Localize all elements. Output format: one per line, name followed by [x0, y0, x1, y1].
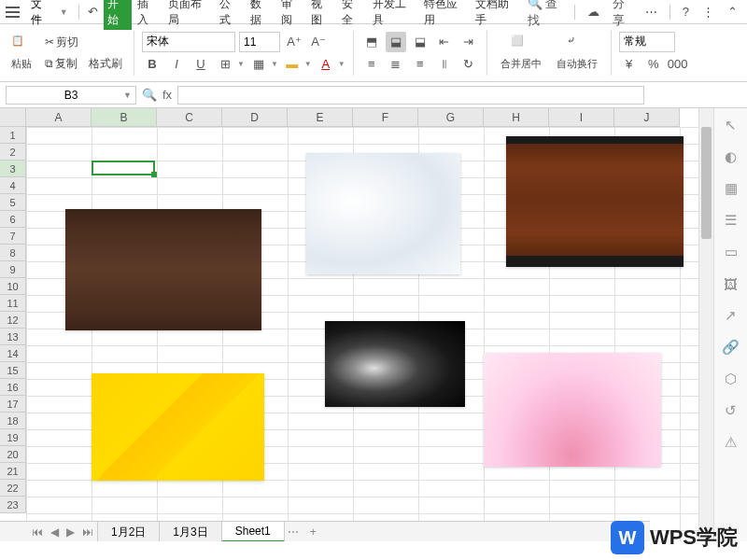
font-size-combo[interactable] [239, 32, 280, 52]
row-header-5[interactable]: 5 [0, 194, 26, 211]
underline-button[interactable]: U [190, 54, 211, 75]
layout-icon[interactable]: ▭ [722, 243, 740, 261]
tab-doc-helper[interactable]: 文档助手 [472, 0, 521, 30]
undo-icon[interactable]: ↶ [84, 3, 102, 21]
row-header-8[interactable]: 8 [0, 245, 26, 261]
row-header-9[interactable]: 9 [0, 261, 26, 278]
currency-button[interactable]: ¥ [619, 54, 640, 75]
bold-button[interactable]: B [142, 54, 162, 75]
row-header-13[interactable]: 13 [0, 329, 26, 345]
row-header-15[interactable]: 15 [0, 362, 26, 379]
file-dropdown-icon[interactable]: ▼ [60, 7, 68, 17]
row-header-18[interactable]: 18 [0, 413, 26, 429]
shape-icon[interactable]: ◐ [722, 147, 740, 166]
fx-icon[interactable]: fx [162, 88, 172, 102]
table-icon[interactable]: ▦ [722, 179, 740, 198]
formula-input[interactable] [177, 86, 644, 105]
sheet-tab-1[interactable]: 1月3日 [159, 521, 221, 542]
tab-review[interactable]: 审阅 [277, 0, 306, 30]
align-top-button[interactable]: ⬒ [361, 32, 382, 52]
sheet-tab-0[interactable]: 1月2日 [97, 521, 160, 542]
paste-button[interactable]: 📋 粘贴 [6, 33, 37, 73]
font-color-button[interactable]: A [316, 54, 336, 75]
more-icon[interactable]: ⋯ [641, 3, 661, 21]
font-name-combo[interactable] [142, 32, 235, 52]
embedded-image-nebula-bw[interactable] [325, 321, 465, 407]
align-right-button[interactable]: ≡ [410, 54, 430, 75]
align-middle-button[interactable]: ⬓ [386, 32, 406, 52]
row-header-14[interactable]: 14 [0, 345, 26, 362]
tab-nav-next-icon[interactable]: ▶ [63, 525, 78, 539]
link-icon[interactable]: 🔗 [722, 338, 740, 357]
embedded-image-wood-dark-1[interactable] [65, 209, 261, 330]
embedded-image-wood-red[interactable] [506, 136, 684, 267]
row-icon[interactable]: ☰ [722, 211, 740, 230]
search-button[interactable]: 🔍 查找 [524, 0, 566, 31]
cursor-icon[interactable]: ↖ [722, 116, 740, 134]
row-header-1[interactable]: 1 [0, 127, 26, 144]
image-icon[interactable]: 🖼 [722, 274, 740, 293]
row-header-22[interactable]: 22 [0, 480, 26, 497]
cell-style-button[interactable]: ▦ [248, 54, 269, 75]
warning-icon[interactable]: ⚠ [722, 433, 740, 452]
hamburger-icon[interactable] [6, 7, 20, 18]
col-header-J[interactable]: J [614, 108, 680, 127]
row-header-23[interactable]: 23 [0, 497, 26, 513]
col-header-H[interactable]: H [484, 108, 549, 127]
embedded-image-yellow-geom[interactable] [92, 373, 264, 481]
badge-icon[interactable]: ⬡ [722, 370, 740, 388]
tab-start[interactable]: 开始 [104, 0, 133, 30]
tab-formula[interactable]: 公式 [216, 0, 245, 30]
scroll-thumb[interactable] [701, 127, 712, 239]
distribute-button[interactable]: ⫴ [434, 54, 455, 75]
cut-button[interactable]: ✂剪切 [41, 33, 126, 52]
help-icon[interactable]: ? [679, 3, 693, 21]
col-header-A[interactable]: A [26, 108, 92, 127]
tab-insert[interactable]: 插入 [134, 0, 162, 30]
row-header-2[interactable]: 2 [0, 144, 26, 161]
tab-nav-first-icon[interactable]: ⏮ [28, 525, 47, 539]
number-format-combo[interactable] [619, 32, 675, 52]
align-center-button[interactable]: ≣ [386, 54, 406, 75]
vertical-scrollbar[interactable] [698, 108, 713, 541]
tab-view[interactable]: 视图 [307, 0, 336, 30]
row-header-7[interactable]: 7 [0, 228, 26, 245]
merge-center-button[interactable]: ⬜ 合并居中 [495, 33, 547, 73]
orientation-button[interactable]: ↻ [458, 54, 479, 75]
row-header-21[interactable]: 21 [0, 463, 26, 480]
copy-button[interactable]: ⧉复制 [41, 54, 81, 74]
col-header-G[interactable]: G [418, 108, 484, 127]
border-button[interactable]: ⊞ [215, 54, 235, 75]
row-header-11[interactable]: 11 [0, 295, 26, 312]
col-header-F[interactable]: F [353, 108, 418, 127]
wrap-text-button[interactable]: ⤶ 自动换行 [551, 33, 603, 73]
increase-font-button[interactable]: A⁺ [284, 32, 304, 52]
cells-area[interactable] [26, 127, 698, 541]
row-header-17[interactable]: 17 [0, 396, 26, 413]
col-header-E[interactable]: E [288, 108, 353, 127]
tab-nav-prev-icon[interactable]: ◀ [47, 525, 63, 539]
thousands-button[interactable]: 000 [668, 54, 688, 75]
decrease-font-button[interactable]: A⁻ [308, 32, 329, 52]
embedded-image-white-silk[interactable] [306, 153, 460, 274]
embedded-image-pink-bokeh[interactable] [484, 353, 661, 467]
export-icon[interactable]: ↗ [722, 306, 740, 325]
row-header-12[interactable]: 12 [0, 312, 26, 329]
share-button[interactable]: 分享 [609, 0, 636, 31]
row-header-10[interactable]: 10 [0, 278, 26, 295]
align-left-button[interactable]: ≡ [361, 54, 382, 75]
row-header-6[interactable]: 6 [0, 211, 26, 228]
row-header-20[interactable]: 20 [0, 446, 26, 463]
col-header-B[interactable]: B [92, 108, 157, 127]
italic-button[interactable]: I [166, 54, 187, 75]
grid[interactable]: ABCDEFGHIJ 12345678910111213141516171819… [0, 108, 698, 541]
format-painter-button[interactable]: 格式刷 [85, 54, 126, 74]
row-header-4[interactable]: 4 [0, 177, 26, 194]
tab-special[interactable]: 特色应用 [420, 0, 470, 30]
row-header-3[interactable]: 3 [0, 161, 26, 177]
add-sheet-button[interactable]: + [303, 525, 324, 539]
align-bottom-button[interactable]: ⬓ [410, 32, 430, 52]
col-header-C[interactable]: C [157, 108, 222, 127]
tab-list-icon[interactable]: ⋯ [284, 525, 303, 539]
collapse-icon[interactable]: ⌃ [724, 3, 741, 21]
